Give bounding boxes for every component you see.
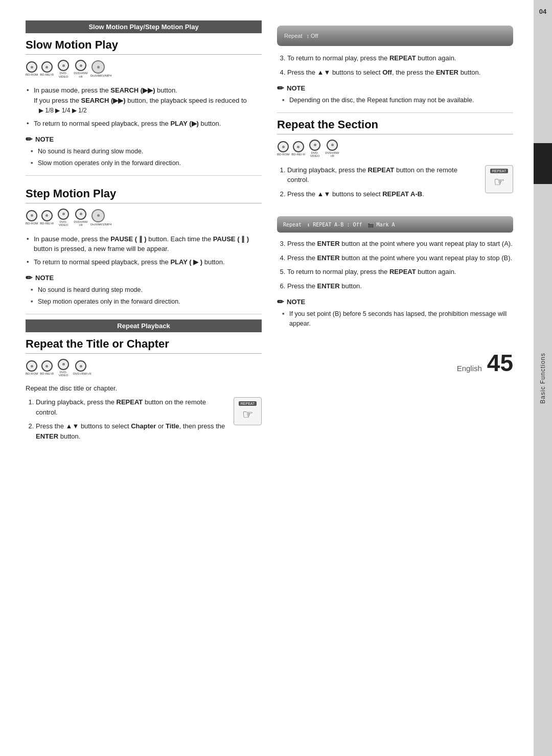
repeat-section-button-image: REPEAT ☞ [485,165,513,193]
page-footer: English 45 [277,349,513,377]
language-label: English [457,364,482,373]
rs-note-1: If you set point (B) before 5 seconds ha… [282,309,513,329]
disc-icon-bdrer: BD-RE/-R [40,61,54,77]
repeat-steps-list: During playback, press the REPEAT button… [26,397,225,445]
note-pencil-icon-2: ✏ [26,273,32,283]
right-note-title: ✏ NOTE [277,83,513,93]
right-note-1: Depending on the disc, the Repeat functi… [282,96,513,105]
right-step-4: Press the ▲▼ buttons to select Off, the … [287,67,513,78]
repeat-section-title: Repeat the Section [277,118,513,134]
right-step-3: To return to normal play, press the REPE… [287,53,513,63]
rs-note-items: If you set point (B) before 5 seconds ha… [277,309,513,329]
step-disc-dvdplusrw: DVD±RW/±R [73,209,88,227]
repeat-playback-header-text: Repeat Playback [117,322,170,330]
hand-icon-2: ☞ [494,175,505,189]
repeat-button-image: REPEAT ☞ [234,397,262,425]
slow-motion-note: ✏ NOTE No sound is heard during slow mod… [26,134,262,168]
disc-circle [41,61,53,73]
repeat-disc-bdrer: BD-RE/-R [40,360,54,376]
disc-circle [26,61,37,73]
side-tab: 04 Basic Functions [534,0,552,756]
slow-motion-disc-icons: BD-ROM BD-RE/-R DVD-VIDEO DVD±RW/±R DivX… [26,60,262,78]
display-repeat-label: Repeat [284,33,302,39]
rs-step-6: Press the ENTER button. [287,281,513,291]
repeat-step-1: During playback, press the REPEAT button… [36,397,225,417]
display-off-label: ↕ Off [306,33,318,39]
rs-step-4: Press the ENTER button at the point wher… [287,253,513,263]
step-motion-note-title: ✏ NOTE [26,273,262,283]
content-area: Slow Motion Play/Step Motion Play Slow M… [0,0,534,756]
disc-icon-dvdplusrw: DVD±RW/±R [73,60,88,78]
slow-motion-title: Slow Motion Play [26,38,262,55]
right-note-box: ✏ NOTE Depending on the disc, the Repeat… [277,83,513,105]
repeat-disc-bdrom: BD-ROM [26,360,38,376]
separator-3 [277,112,513,113]
repeat-title-chapter-title: Repeat the Title or Chapter [26,337,262,354]
rs-note-title: ✏ NOTE [277,297,513,307]
repeat-disc-dvdvideo: DVD-VIDEO [56,359,71,377]
chapter-number: 04 [539,8,546,15]
step-disc-divx: DivX/MKV/MP4 [90,209,106,226]
step-motion-note-items: No sound is heard during step mode. Step… [26,285,262,307]
left-column: Slow Motion Play/Step Motion Play Slow M… [26,20,262,736]
section-header-box: Slow Motion Play/Step Motion Play [26,20,262,33]
slow-motion-note-title: ✏ NOTE [26,134,262,144]
separator-2 [26,314,262,314]
rs-disc-bdrer: BD-RE/-R [291,141,305,156]
disc-icon-divx: DivX/MKV/MP4 [90,60,106,78]
step-motion-bullets: In pause mode, press the PAUSE ( ‖ ) but… [26,234,262,267]
rs-step-3: Press the ENTER button at the point wher… [287,239,513,249]
step-disc-bdrom: BD-ROM [26,210,38,225]
right-steps-list: To return to normal play, press the REPE… [277,53,513,77]
ab-display-mark-a: 🎬 Mark A [367,222,395,227]
right-column: Repeat ↕ Off To return to normal play, p… [277,20,513,736]
step-note-2: Step motion operates only in the forward… [31,297,262,307]
repeat-section-after-steps: Press the ENTER button at the point wher… [277,239,513,291]
disc-icon-dvdvideo: DVD-VIDEO [56,60,71,78]
repeat-disc-dvdplusrw: DVD+RW/+R [73,360,88,376]
ab-display-ab-off: ↕ REPEAT A-B : Off [307,222,362,227]
repeat-intro-text: Repeat the disc title or chapter. [26,384,262,392]
rs-step-2: Press the ▲▼ buttons to select REPEAT A-… [287,189,477,199]
side-tab-black-bar [534,143,552,184]
right-note-items: Depending on the disc, the Repeat functi… [277,96,513,105]
disc-circle-large [91,60,105,74]
step-disc-bdrer: BD-RE/-R [40,210,54,225]
disc-icon-bdrom: BD-ROM [26,61,38,77]
rs-step-5: To return to normal play, press the REPE… [287,267,513,277]
slow-motion-note-items: No sound is heard during slow mode. Slow… [26,147,262,168]
note-pencil-icon-4: ✏ [277,297,284,307]
ab-player-display: Repeat ↕ REPEAT A-B : Off 🎬 Mark A [277,216,513,233]
rs-disc-bdrom: BD-ROM [277,141,289,156]
chapter-label: Basic Functions [539,353,546,404]
repeat-section-image-container: During playback, press the REPEAT button… [277,165,513,210]
top-player-display: Repeat ↕ Off [277,26,513,46]
rs-disc-dvdplusrw: DVD±RW/±R [325,140,340,158]
step-motion-disc-icons: BD-ROM BD-RE/-R DVD-VIDEO DVD±RW/±R DivX… [26,209,262,227]
repeat-section-disc-icons: BD-ROM BD-RE/-R DVD-VIDEO DVD±RW/±R [277,140,513,158]
rs-disc-dvdvideo: DVD-VIDEO [307,140,323,158]
step-motion-bullet-1: In pause mode, press the PAUSE ( ‖ ) but… [26,234,262,254]
ab-display-repeat: Repeat [283,222,302,227]
page-number: 45 [487,349,513,377]
repeat-playback-header-box: Repeat Playback [26,319,262,332]
step-disc-dvdvideo: DVD-VIDEO [56,209,71,227]
repeat-disc-icons: BD-ROM BD-RE/-R DVD-VIDEO DVD+RW/+R [26,359,262,377]
page-container: Slow Motion Play/Step Motion Play Slow M… [0,0,552,756]
slow-motion-note-1: No sound is heard during slow mode. [31,147,262,156]
hand-icon: ☞ [242,407,254,422]
step-motion-title: Step Motion Play [26,187,262,203]
rs-step-1: During playback, press the REPEAT button… [287,165,477,185]
rs-note-box: ✏ NOTE If you set point (B) before 5 sec… [277,297,513,329]
note-pencil-icon-3: ✏ [277,83,284,93]
separator-1 [26,175,262,176]
repeat-step-2: Press the ▲▼ buttons to select Chapter o… [36,421,225,441]
step-motion-note: ✏ NOTE No sound is heard during step mod… [26,273,262,307]
repeat-section-steps-list: During playback, press the REPEAT button… [277,165,477,203]
step-note-1: No sound is heard during step mode. [31,285,262,295]
note-pencil-icon: ✏ [26,134,32,144]
slow-motion-bullets: In pause mode, press the SEARCH (▶▶) but… [26,85,262,128]
disc-circle [58,60,69,71]
repeat-image-container: During playback, press the REPEAT button… [26,397,262,451]
slow-motion-bullet-2: To return to normal speed playback, pres… [26,119,262,129]
